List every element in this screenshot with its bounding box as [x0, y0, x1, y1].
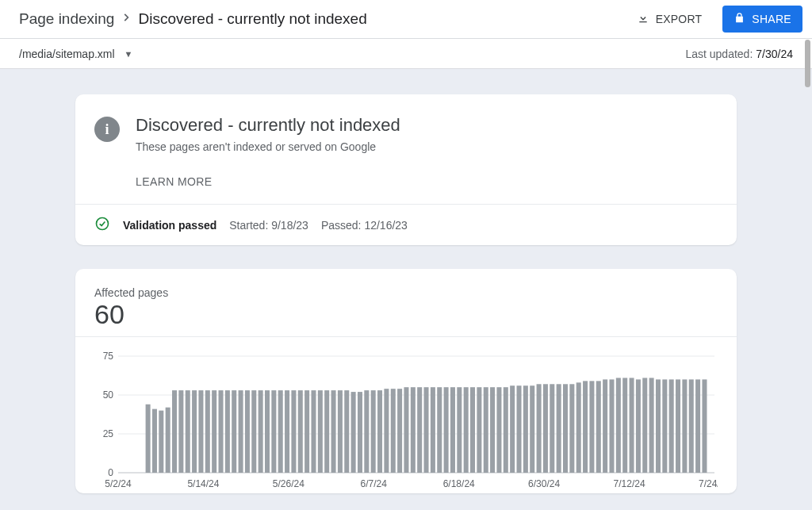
validation-started: Started: 9/18/23 — [229, 219, 308, 232]
scrollbar[interactable] — [805, 40, 810, 87]
svg-rect-43 — [371, 390, 376, 473]
svg-rect-30 — [285, 390, 289, 473]
export-button[interactable]: EXPORT — [629, 7, 710, 32]
svg-rect-47 — [397, 389, 402, 473]
affected-pages-chart: 02550755/2/245/14/245/26/246/7/246/18/24… — [94, 351, 718, 490]
svg-rect-15 — [186, 390, 190, 473]
last-updated-date: 7/30/24 — [756, 48, 793, 60]
share-button[interactable]: SHARE — [722, 6, 802, 33]
svg-rect-26 — [259, 390, 263, 473]
caret-down-icon: ▼ — [124, 49, 133, 59]
svg-rect-61 — [490, 387, 495, 473]
svg-rect-75 — [583, 381, 588, 473]
svg-rect-70 — [550, 384, 554, 473]
svg-rect-60 — [484, 387, 488, 473]
svg-text:5/2/24: 5/2/24 — [105, 478, 132, 489]
summary-title: Discovered - currently not indexed — [136, 115, 400, 136]
svg-text:0: 0 — [108, 467, 113, 478]
svg-rect-74 — [576, 382, 581, 473]
chevron-right-icon — [121, 12, 132, 26]
svg-rect-35 — [318, 390, 323, 473]
svg-rect-13 — [172, 390, 177, 473]
svg-text:7/24/24: 7/24/24 — [699, 478, 718, 489]
last-updated-label: Last updated: — [685, 48, 753, 60]
svg-rect-39 — [344, 390, 349, 473]
breadcrumb-leaf: Discovered - currently not indexed — [138, 10, 366, 28]
svg-rect-52 — [431, 387, 435, 473]
svg-rect-21 — [225, 390, 230, 473]
svg-rect-34 — [311, 390, 316, 473]
svg-rect-92 — [695, 379, 700, 473]
svg-rect-45 — [384, 389, 389, 473]
lock-icon — [733, 12, 745, 26]
svg-rect-11 — [159, 411, 163, 473]
svg-rect-25 — [251, 390, 256, 473]
svg-rect-20 — [219, 390, 224, 473]
svg-text:75: 75 — [103, 351, 114, 362]
header: Page indexing Discovered - currently not… — [0, 0, 812, 39]
svg-rect-53 — [437, 387, 442, 473]
svg-rect-46 — [391, 389, 396, 473]
svg-rect-51 — [424, 387, 429, 473]
svg-rect-73 — [569, 384, 574, 473]
svg-rect-23 — [239, 390, 243, 473]
content: i Discovered - currently not indexed The… — [0, 69, 812, 493]
svg-rect-54 — [444, 387, 449, 473]
svg-rect-42 — [364, 390, 369, 473]
svg-rect-79 — [609, 379, 614, 473]
download-icon — [637, 12, 649, 27]
check-circle-icon — [94, 216, 110, 234]
svg-text:5/14/24: 5/14/24 — [187, 478, 219, 489]
svg-rect-18 — [205, 390, 210, 473]
svg-rect-14 — [178, 390, 183, 473]
svg-text:6/30/24: 6/30/24 — [528, 478, 560, 489]
svg-rect-65 — [517, 385, 522, 473]
affected-pages-label: Affected pages — [75, 286, 737, 299]
svg-rect-33 — [304, 390, 309, 473]
validation-passed: Passed: 12/16/23 — [321, 219, 408, 232]
svg-rect-85 — [649, 378, 654, 473]
svg-rect-49 — [411, 387, 416, 473]
svg-rect-81 — [622, 378, 627, 473]
svg-rect-62 — [496, 387, 501, 473]
sitemap-dropdown[interactable]: /media/sitemap.xml ▼ — [19, 48, 132, 60]
svg-rect-86 — [656, 379, 661, 473]
svg-rect-36 — [324, 390, 329, 473]
svg-rect-93 — [702, 379, 707, 473]
svg-rect-44 — [377, 390, 382, 473]
svg-rect-77 — [596, 381, 601, 473]
svg-rect-84 — [642, 378, 647, 473]
svg-rect-29 — [278, 390, 283, 473]
share-label: SHARE — [752, 13, 791, 25]
svg-rect-27 — [265, 390, 270, 473]
svg-rect-64 — [510, 385, 515, 473]
subbar: /media/sitemap.xml ▼ Last updated: 7/30/… — [0, 39, 812, 69]
validation-label: Validation passed — [123, 219, 216, 232]
sitemap-value: /media/sitemap.xml — [19, 48, 115, 60]
svg-rect-76 — [589, 381, 594, 473]
learn-more-link[interactable]: LEARN MORE — [136, 175, 400, 188]
svg-rect-83 — [636, 379, 641, 473]
svg-text:6/18/24: 6/18/24 — [443, 478, 475, 489]
svg-rect-90 — [682, 379, 687, 473]
svg-rect-72 — [563, 384, 568, 473]
summary-subtitle: These pages aren't indexed or served on … — [136, 140, 400, 153]
svg-rect-88 — [669, 379, 674, 473]
svg-rect-80 — [616, 378, 621, 473]
svg-rect-55 — [450, 387, 455, 473]
svg-rect-58 — [470, 387, 475, 473]
chart-card: Affected pages 60 02550755/2/245/14/245/… — [75, 269, 737, 493]
svg-rect-68 — [537, 384, 542, 473]
svg-rect-56 — [457, 387, 462, 473]
svg-rect-38 — [338, 390, 343, 473]
svg-rect-50 — [417, 387, 422, 473]
svg-text:7/12/24: 7/12/24 — [614, 478, 645, 489]
svg-rect-89 — [676, 379, 680, 473]
svg-rect-17 — [198, 390, 203, 473]
svg-text:25: 25 — [103, 428, 114, 439]
svg-rect-10 — [152, 409, 157, 473]
breadcrumb-root[interactable]: Page indexing — [19, 10, 114, 28]
svg-rect-31 — [291, 390, 296, 473]
affected-pages-value: 60 — [75, 299, 737, 336]
svg-rect-69 — [543, 384, 548, 473]
